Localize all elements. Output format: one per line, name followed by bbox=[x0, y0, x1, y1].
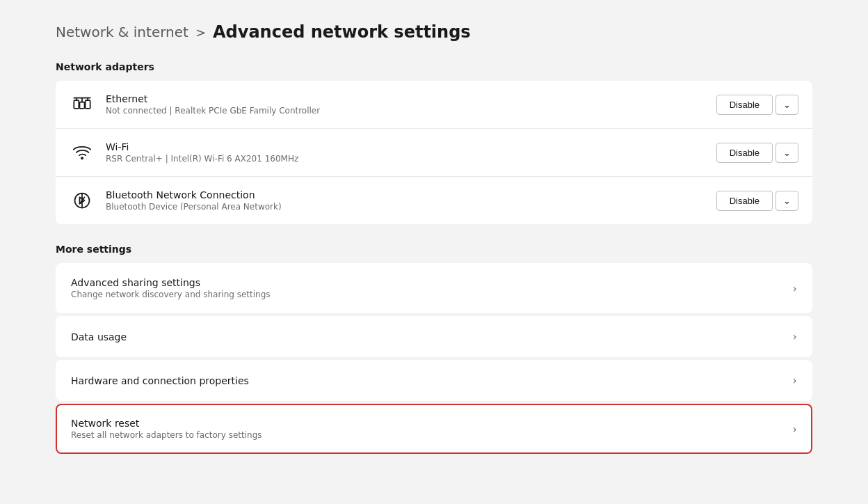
wifi-controls: Disable ⌄ bbox=[716, 143, 798, 163]
adapter-list: Ethernet Not connected | Realtek PCIe Gb… bbox=[56, 81, 812, 224]
hardware-connection-chevron-icon: › bbox=[793, 374, 797, 387]
wifi-icon bbox=[70, 140, 95, 165]
more-settings-section-title: More settings bbox=[56, 244, 812, 255]
ethernet-controls: Disable ⌄ bbox=[716, 95, 798, 115]
bluetooth-name: Bluetooth Network Connection bbox=[106, 189, 705, 200]
wifi-name: Wi-Fi bbox=[106, 141, 705, 152]
data-usage-chevron-icon: › bbox=[793, 330, 797, 343]
wifi-disable-button[interactable]: Disable bbox=[716, 143, 773, 163]
settings-item-network-reset[interactable]: Network reset Reset all network adapters… bbox=[56, 404, 812, 454]
settings-item-data-usage[interactable]: Data usage › bbox=[56, 316, 812, 357]
breadcrumb-parent: Network & internet bbox=[56, 24, 188, 40]
svg-rect-1 bbox=[80, 102, 85, 109]
wifi-desc: RSR Central+ | Intel(R) Wi-Fi 6 AX201 16… bbox=[106, 154, 705, 164]
adapters-section-title: Network adapters bbox=[56, 61, 812, 72]
settings-item-advanced-sharing[interactable]: Advanced sharing settings Change network… bbox=[56, 263, 812, 313]
svg-rect-0 bbox=[74, 100, 79, 109]
hardware-connection-title: Hardware and connection properties bbox=[71, 375, 793, 386]
network-reset-title: Network reset bbox=[71, 418, 793, 429]
ethernet-expand-button[interactable]: ⌄ bbox=[775, 95, 798, 115]
settings-list: Advanced sharing settings Change network… bbox=[56, 263, 812, 454]
page-container: Network & internet > Advanced network se… bbox=[0, 0, 868, 482]
bluetooth-network-icon bbox=[70, 188, 95, 213]
bluetooth-info: Bluetooth Network Connection Bluetooth D… bbox=[106, 189, 705, 212]
adapter-item-bluetooth: Bluetooth Network Connection Bluetooth D… bbox=[56, 177, 812, 224]
bluetooth-disable-button[interactable]: Disable bbox=[716, 191, 773, 211]
adapter-item-ethernet: Ethernet Not connected | Realtek PCIe Gb… bbox=[56, 81, 812, 129]
advanced-sharing-desc: Change network discovery and sharing set… bbox=[71, 290, 793, 299]
data-usage-title: Data usage bbox=[71, 331, 793, 342]
advanced-sharing-title: Advanced sharing settings bbox=[71, 277, 793, 288]
wifi-info: Wi-Fi RSR Central+ | Intel(R) Wi-Fi 6 AX… bbox=[106, 141, 705, 164]
bluetooth-desc: Bluetooth Device (Personal Area Network) bbox=[106, 202, 705, 212]
ethernet-info: Ethernet Not connected | Realtek PCIe Gb… bbox=[106, 93, 705, 116]
adapter-item-wifi: Wi-Fi RSR Central+ | Intel(R) Wi-Fi 6 AX… bbox=[56, 129, 812, 177]
network-reset-desc: Reset all network adapters to factory se… bbox=[71, 430, 793, 440]
bluetooth-controls: Disable ⌄ bbox=[716, 191, 798, 211]
ethernet-desc: Not connected | Realtek PCIe GbE Family … bbox=[106, 106, 705, 116]
breadcrumb-current: Advanced network settings bbox=[213, 22, 471, 42]
bluetooth-expand-button[interactable]: ⌄ bbox=[775, 191, 798, 211]
advanced-sharing-chevron-icon: › bbox=[793, 282, 797, 295]
breadcrumb-separator: > bbox=[195, 25, 206, 40]
wifi-expand-button[interactable]: ⌄ bbox=[775, 143, 798, 163]
svg-point-7 bbox=[81, 157, 83, 159]
ethernet-name: Ethernet bbox=[106, 93, 705, 104]
svg-rect-2 bbox=[86, 100, 90, 109]
network-reset-chevron-icon: › bbox=[793, 423, 797, 436]
ethernet-disable-button[interactable]: Disable bbox=[716, 95, 773, 115]
ethernet-icon bbox=[70, 92, 95, 117]
settings-item-hardware-connection[interactable]: Hardware and connection properties › bbox=[56, 360, 812, 401]
breadcrumb: Network & internet > Advanced network se… bbox=[56, 22, 812, 42]
